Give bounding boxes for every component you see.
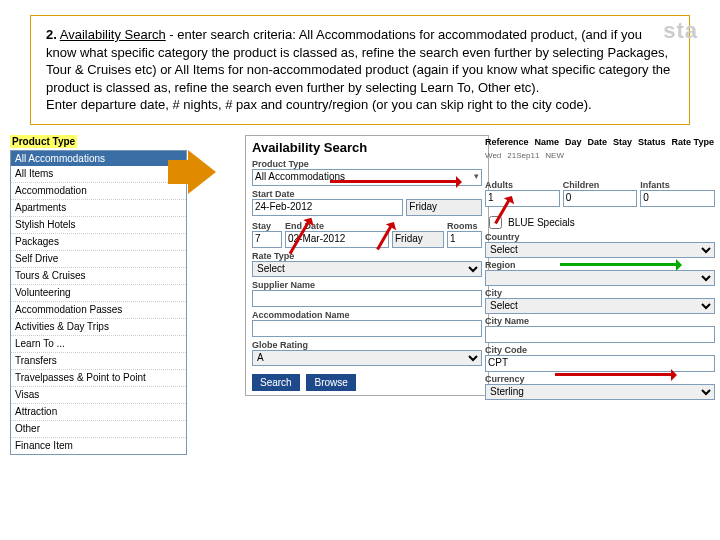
step-number: 2. — [46, 27, 57, 42]
city-select[interactable]: Select — [485, 298, 715, 314]
product-type-option[interactable]: Transfers — [11, 353, 186, 370]
country-select[interactable]: Select — [485, 242, 715, 258]
product-type-option[interactable]: All Items — [11, 166, 186, 183]
product-type-option[interactable]: Packages — [11, 234, 186, 251]
instruction-box: 2. Availability Search - enter search cr… — [30, 15, 690, 125]
blue-specials-label: BLUE Specials — [508, 217, 575, 228]
start-date-input[interactable]: 24-Feb-2012 — [252, 199, 403, 216]
product-type-selected[interactable]: All Accommodations — [11, 151, 186, 166]
end-date-label: End Date — [285, 221, 389, 231]
red-arrow-1 — [330, 180, 460, 183]
stay-label: Stay — [252, 221, 282, 231]
search-button[interactable]: Search — [252, 374, 300, 391]
blue-specials-checkbox[interactable]: BLUE Specials — [485, 213, 715, 232]
dropdown-icon[interactable]: ▾ — [474, 171, 479, 181]
col-status: Status — [638, 137, 666, 147]
start-day-label — [406, 189, 482, 199]
availability-panel: Availability Search Product Type All Acc… — [245, 135, 489, 396]
adults-input[interactable]: 1 — [485, 190, 560, 207]
red-arrow-5 — [555, 373, 675, 376]
product-type-option[interactable]: Activities & Day Trips — [11, 319, 186, 336]
supplier-name-label: Supplier Name — [252, 280, 482, 290]
product-type-option[interactable]: Learn To ... — [11, 336, 186, 353]
city-code-label: City Code — [485, 345, 715, 355]
globe-rating-select[interactable]: A — [252, 350, 482, 366]
sta-logo: sta — [663, 18, 698, 44]
green-arrow-1 — [560, 263, 680, 266]
booking-header: Reference Name Day Date Stay Status Rate… — [485, 135, 715, 149]
booking-row: Wed 21Sep11 NEW — [485, 149, 715, 162]
city-label: City — [485, 288, 715, 298]
rooms-input[interactable]: 1 — [447, 231, 482, 248]
region-select[interactable] — [485, 270, 715, 286]
product-type-option[interactable]: Finance Item — [11, 438, 186, 454]
city-name-input[interactable] — [485, 326, 715, 343]
supplier-name-input[interactable] — [252, 290, 482, 307]
col-name: Name — [535, 137, 560, 147]
avail-search-link[interactable]: Availability Search — [60, 27, 166, 42]
city-name-label: City Name — [485, 316, 715, 326]
start-day-value: Friday — [406, 199, 482, 216]
product-type-option[interactable]: Other — [11, 421, 186, 438]
product-type-option[interactable]: Attraction — [11, 404, 186, 421]
product-type-option[interactable]: Accommodation Passes — [11, 302, 186, 319]
instruction-text-2: Enter departure date, # nights, # pax an… — [46, 97, 592, 112]
infants-input[interactable]: 0 — [640, 190, 715, 207]
infants-label: Infants — [640, 180, 715, 190]
product-type-field[interactable]: All Accommodations ▾ — [252, 169, 482, 186]
rate-type-label: Rate Type — [252, 251, 482, 261]
accommodation-name-input[interactable] — [252, 320, 482, 337]
product-type-option[interactable]: Visas — [11, 387, 186, 404]
product-type-option[interactable]: Travelpasses & Point to Point — [11, 370, 186, 387]
product-type-option[interactable]: Tours & Cruises — [11, 268, 186, 285]
currency-select[interactable]: Sterling — [485, 384, 715, 400]
product-type-label: Product Type — [10, 135, 77, 148]
col-day: Day — [565, 137, 582, 147]
rate-type-select[interactable]: Select — [252, 261, 482, 277]
col-date: Date — [588, 137, 608, 147]
adults-label: Adults — [485, 180, 560, 190]
end-day-value: Friday — [392, 231, 444, 248]
product-type-field-label: Product Type — [252, 159, 482, 169]
rooms-label: Rooms — [447, 221, 482, 231]
product-type-option[interactable]: Self Drive — [11, 251, 186, 268]
product-type-block: Product Type All Accommodations All Item… — [10, 135, 187, 455]
browse-button[interactable]: Browse — [306, 374, 355, 391]
globe-rating-label: Globe Rating — [252, 340, 482, 350]
stay-input[interactable]: 7 — [252, 231, 282, 248]
children-input[interactable]: 0 — [563, 190, 638, 207]
start-date-label: Start Date — [252, 189, 403, 199]
country-label: Country — [485, 232, 715, 242]
product-type-option[interactable]: Apartments — [11, 200, 186, 217]
product-type-option[interactable]: Accommodation — [11, 183, 186, 200]
product-type-dropdown[interactable]: All Accommodations All ItemsAccommodatio… — [10, 150, 187, 455]
col-stay: Stay — [613, 137, 632, 147]
product-type-option[interactable]: Stylish Hotels — [11, 217, 186, 234]
children-label: Children — [563, 180, 638, 190]
col-rate-type: Rate Type — [672, 137, 714, 147]
orange-arrow-icon — [188, 150, 216, 194]
col-reference: Reference — [485, 137, 529, 147]
availability-title: Availability Search — [252, 140, 482, 155]
product-type-option[interactable]: Volunteering — [11, 285, 186, 302]
accommodation-name-label: Accommodation Name — [252, 310, 482, 320]
